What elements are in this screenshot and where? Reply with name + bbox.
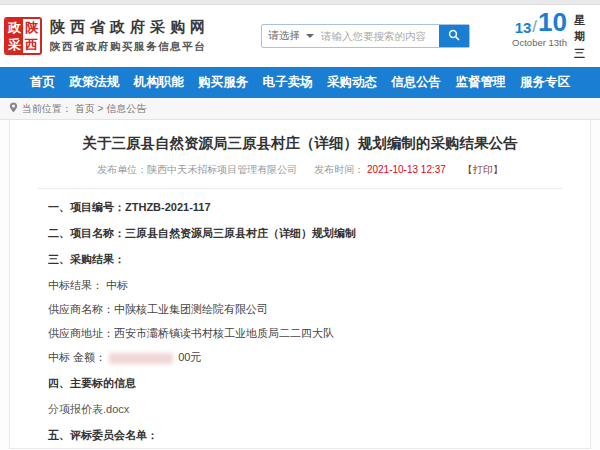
bid-result-line: 中标结果： 中标 xyxy=(48,278,562,293)
breadcrumb: 当前位置： 首页 > 信息公告 xyxy=(0,98,600,120)
logo-char: 采 xyxy=(6,36,23,53)
amount-suffix: 00元 xyxy=(178,351,201,363)
announcement-card: 关于三原县自然资源局三原县村庄（详细）规划编制的采购结果公告 发布单位：陕西中天… xyxy=(9,120,591,449)
weekday-label: 星期三 xyxy=(574,12,586,62)
date-widget: 13 / 10 October 13th 星期三 xyxy=(512,11,586,62)
date-day: 13 xyxy=(515,21,532,35)
nav-item-home[interactable]: 首页 xyxy=(30,74,55,91)
site-header: 政 陕 采 西 陕西省政府采购网 陕西省政府购买服务信息平台 请选择 xyxy=(0,5,600,67)
section-subject-heading: 四、主要标的信息 xyxy=(48,376,562,391)
nav-item-organization[interactable]: 机构职能 xyxy=(134,74,184,91)
date-month: 10 xyxy=(538,11,567,34)
main-nav: 首页 政策法规 机构职能 购买服务 电子卖场 采购动态 信息公告 监督管理 服务… xyxy=(0,67,600,98)
site-subtitle: 陕西省政府购买服务信息平台 xyxy=(50,40,210,54)
location-pin-icon xyxy=(9,102,18,115)
page-title: 关于三原县自然资源局三原县村庄（详细）规划编制的采购结果公告 xyxy=(38,134,562,153)
date-english: October 13th xyxy=(512,37,567,48)
supplier-name-line: 供应商名称：中陕核工业集团测绘院有限公司 xyxy=(48,302,562,317)
amount-label: 中标 金额： xyxy=(48,351,106,363)
section-committee-heading: 五、评标委员会名单： xyxy=(48,428,562,443)
logo-char: 西 xyxy=(23,36,40,53)
print-button[interactable]: 【打印】 xyxy=(463,164,503,175)
site-title: 陕西省政府采购网 xyxy=(50,18,210,37)
amount-line: 中标 金额： 00元 xyxy=(48,350,562,365)
site-logo-stamp: 政 陕 采 西 xyxy=(4,17,42,55)
date-slash: / xyxy=(532,19,537,34)
page: 政 陕 采 西 陕西省政府采购网 陕西省政府购买服务信息平台 请选择 xyxy=(0,0,600,450)
section-project-no: 一、项目编号：ZTHZB-2021-117 xyxy=(48,200,562,215)
site-identity: 陕西省政府采购网 陕西省政府购买服务信息平台 xyxy=(50,18,210,54)
search-icon xyxy=(448,29,460,44)
publisher-label: 发布单位：陕西中天禾招标项目管理有限公司 xyxy=(97,164,297,175)
logo-char: 陕 xyxy=(23,19,40,36)
nav-item-procurement-news[interactable]: 采购动态 xyxy=(327,74,377,91)
publish-time-label: 发布时间： xyxy=(314,164,364,175)
search-button[interactable] xyxy=(439,25,469,47)
nav-item-policy[interactable]: 政策法规 xyxy=(69,74,119,91)
search-category-select[interactable]: 请选择 xyxy=(262,25,322,47)
nav-item-supervision[interactable]: 监督管理 xyxy=(456,74,506,91)
search-select-label: 请选择 xyxy=(269,29,301,43)
date-main: 13 / 10 October 13th xyxy=(512,11,567,48)
logo-char: 政 xyxy=(6,19,23,36)
search-bar: 请选择 xyxy=(261,24,471,48)
date-numeric: 13 / 10 xyxy=(512,11,567,34)
search-input[interactable] xyxy=(321,25,439,47)
publish-time-value: 2021-10-13 12:37 xyxy=(367,164,446,175)
supplier-address-line: 供应商地址：西安市灞桥镇读书村核工业地质局二二四大队 xyxy=(48,326,562,341)
attachment-link[interactable]: 分项报价表.docx xyxy=(48,402,562,417)
redacted-amount xyxy=(109,353,173,364)
nav-item-purchase-service[interactable]: 购买服务 xyxy=(198,74,248,91)
chevron-down-icon xyxy=(306,34,314,38)
nav-item-announcements[interactable]: 信息公告 xyxy=(391,74,441,91)
article-body: 一、项目编号：ZTHZB-2021-117 二、项目名称：三原县自然资源局三原县… xyxy=(38,200,562,449)
section-result-heading: 三、采购结果： xyxy=(48,252,562,267)
article-meta: 发布单位：陕西中天禾招标项目管理有限公司 发布时间： 2021-10-13 12… xyxy=(38,163,562,189)
breadcrumb-text[interactable]: 当前位置： 首页 > 信息公告 xyxy=(22,102,146,116)
section-project-name: 二、项目名称：三原县自然资源局三原县村庄（详细）规划编制 xyxy=(48,226,562,241)
nav-item-e-marketplace[interactable]: 电子卖场 xyxy=(263,74,313,91)
nav-item-service-zone[interactable]: 服务专区 xyxy=(520,74,570,91)
